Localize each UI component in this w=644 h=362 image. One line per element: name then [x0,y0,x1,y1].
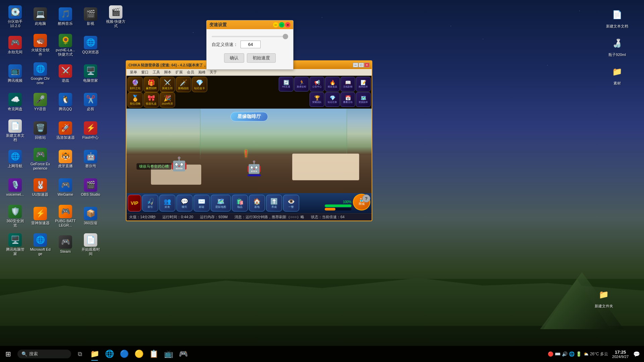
icon-recycle-bin[interactable]: 🗑️ 回收站 [29,117,52,144]
bottom-icon-base[interactable]: 🏠 基地 [249,195,265,212]
top-icon-recruit[interactable]: 🎁 赢赞招聘 [144,77,159,92]
icon-huya[interactable]: 🐯 虎牙直播 [54,146,77,173]
menu-item-extend[interactable]: 扩展 [173,69,185,75]
top-icon-elite-battle[interactable]: 🗡️ 新精战役 [176,77,191,92]
bottom-icon-shop[interactable]: 🛍️ 场品 [232,195,248,212]
top-icon-hero[interactable]: ⚔️ 英雄玉符 [160,77,175,92]
bottom-icon-map[interactable]: 🗺️ 星际地图 [211,195,231,212]
icon-chrome[interactable]: 🌐 Google Chrome [29,60,52,87]
start-button[interactable]: ⊞ [0,346,16,362]
task-view-button[interactable]: ⧉ [72,347,87,361]
tray-network-icon[interactable]: 🌐 [569,351,575,357]
rp-icon-lava[interactable]: 🔥 熔岩圣战 [325,77,340,92]
top-icon-stamp[interactable]: 🔮 刻印之轮 [127,77,143,92]
icon-bijian[interactable]: ✂️ 必剪 [79,89,102,116]
tray-arrow[interactable]: ▲ [542,351,546,357]
game-close-btn[interactable]: ✕ [364,63,370,67]
top-icon-gift[interactable]: 🎀 惊喜礼盒 [144,92,159,108]
icon-movie[interactable]: 🎬 影视 [79,3,102,30]
icon-kugou[interactable]: 🎵 酷狗音乐 [54,3,77,30]
tray-360-icon[interactable]: 🔴 [548,351,553,357]
icon-text-doc[interactable]: 📄 新建文本文档 [3,117,27,144]
dialog-maximize-btn[interactable]: □ [279,22,284,27]
rp-icon-activity[interactable]: 📅 叠叠活动 [340,92,355,107]
taskbar-app-game[interactable]: 🎮 [176,347,191,361]
menu-item-window[interactable]: 窗口 [139,69,151,75]
icon-360zip[interactable]: 📦 360压缩 [79,203,102,230]
notification-button[interactable]: 💬 [633,350,641,358]
taskbar-app-edge[interactable]: 🌐 [102,347,117,361]
bottom-icon-lure[interactable]: 🎣 牵引 [142,195,158,212]
icon-obs[interactable]: 🎬 OBS Studio [79,174,102,201]
right-icon-new-folder[interactable]: 📁 新建文件夹 [590,287,617,308]
right-icon-bottle[interactable]: 🍶 瓶子920ml [604,35,631,57]
game-minimize-btn[interactable]: ─ [353,63,358,67]
icon-pubg[interactable]: 🎮 PUBG BATTLEGR... [54,203,77,230]
menu-item-member[interactable]: 会员 [185,69,196,75]
speed-input[interactable] [240,41,261,48]
icon-saier[interactable]: 🤖 赛尔号 [79,146,102,173]
taskbar-app-360[interactable]: 🔵 [117,347,131,361]
icon-leishen[interactable]: ⚡ 雷神加速器 [29,203,52,230]
icon-my-computer[interactable]: 💻 此电脑 [29,3,52,30]
icon-tencent-manager[interactable]: 🖥️ 腾讯电脑管家 [3,231,27,258]
top-icon-diamond[interactable]: 💎 钻石金卡 [192,77,207,92]
icon-flash[interactable]: ⚡ Flash中心 [79,117,102,144]
rp-icon-notice[interactable]: 📢 公告中心 [310,77,324,92]
menu-item-script[interactable]: 脚本 [162,69,173,75]
rp-icon-runner[interactable]: 🏃 跑者征程 [294,77,309,92]
bottom-icon-mail[interactable]: ✉️ 邮箱 [194,195,210,212]
icon-partition-assistant[interactable]: 💽 分区助手10.2.0 [3,3,27,30]
rp-icon-dungeon[interactable]: 🗺️ 资源副本 [356,92,371,107]
vip-button[interactable]: VIP [128,195,141,212]
confirm-button[interactable]: 确认 [224,53,244,63]
icon-voicemeeter[interactable]: 🎙️ voicemet... [3,174,27,201]
bottom-icon-chat[interactable]: 💬 聊天 [176,195,193,212]
bottom-icon-friends[interactable]: 👥 好友 [159,195,175,212]
help-button[interactable]: ? [362,194,370,202]
icon-nizhan[interactable]: ⚔️ 逆战 [54,60,77,87]
taskbar-app-file-explorer[interactable]: 📁 [87,347,102,361]
dialog-minimize-btn[interactable]: ─ [273,22,278,27]
game-maximize-btn[interactable]: □ [359,63,364,67]
icon-edge[interactable]: 🌐 Microsoft Edge [29,231,52,258]
init-speed-button[interactable]: 初始速度 [247,53,276,63]
icon-uu-booster[interactable]: 🐰 UU加速器 [29,174,52,201]
dialog-close-btn[interactable]: ✕ [285,22,290,27]
taskbar-app-doc[interactable]: 📋 [146,347,161,361]
taskbar-search[interactable]: 🔍 搜索 [17,350,71,358]
icon-steam[interactable]: 🎮 Steam [54,231,77,258]
icon-360-browser[interactable]: 🛡️ 360安全浏览 [3,203,27,230]
icon-pvzhe[interactable]: 🌻 pvzHE-La... 快捷方式 [54,32,77,59]
rp-icon-hs[interactable]: 🔄 HS互通 [279,77,293,92]
right-icon-text-doc[interactable]: 📄 新建文本文档 [604,7,631,28]
bottom-icon-upgrade[interactable]: ⬆️ 养成 [266,195,282,212]
tray-sound-icon[interactable]: 🔊 [562,351,568,357]
icon-tencent-video[interactable]: 📺 腾讯视频 [3,60,27,87]
icon-qq-browser[interactable]: 🌐 QQ浏览器 [79,32,102,59]
menu-item-peak[interactable]: 巅峰 [196,69,208,75]
icon-video-shortcut[interactable]: 🎬 视频·快捷方式 [104,3,127,30]
icon-cloud[interactable]: ☁️ 奇克网盘 [3,89,27,116]
icon-watch-time[interactable]: 📄 开始观看时间 [79,231,102,258]
icon-yy[interactable]: 🎤 YY语音 [29,89,52,116]
top-icon-tier[interactable]: 🏅 契位召唤 [127,92,143,108]
rp-icon-glory[interactable]: 🏆 荣耀战队 [310,92,324,107]
tray-battery-icon[interactable]: 🔋 [576,351,582,357]
icon-nav[interactable]: 🌐 上网导航 [3,146,27,173]
slider-thumb[interactable] [283,34,288,39]
icon-geforce[interactable]: 🎮 GeForce Experience [29,146,52,173]
icon-pc-manager[interactable]: 🖥️ 电脑管家 [79,60,102,87]
icon-yongjie[interactable]: 🎮 永劫无间 [3,32,27,59]
menu-item-about[interactable]: 关于 [208,69,219,75]
rp-icon-recommend[interactable]: 📝 推荐剧本 [356,77,371,92]
right-icon-materials[interactable]: 📁 素材 [604,64,631,85]
taskbar-app-bilibili[interactable]: 📺 [161,347,176,361]
icon-huorong[interactable]: 🦔 火绒安全软件 [29,32,52,59]
taskbar-clock[interactable]: 17:25 2024/9/27 [610,350,631,359]
bottom-icon-peek[interactable]: 👁️ 一瞥 [283,195,299,212]
icon-wegame[interactable]: 🎮 WeGame [54,174,77,201]
taskbar-app-yellow[interactable]: 🟡 [131,347,146,361]
menu-item-tools[interactable]: 工具 [151,69,162,75]
rp-icon-diamond-task[interactable]: 💎 钻石任务 [325,92,340,107]
